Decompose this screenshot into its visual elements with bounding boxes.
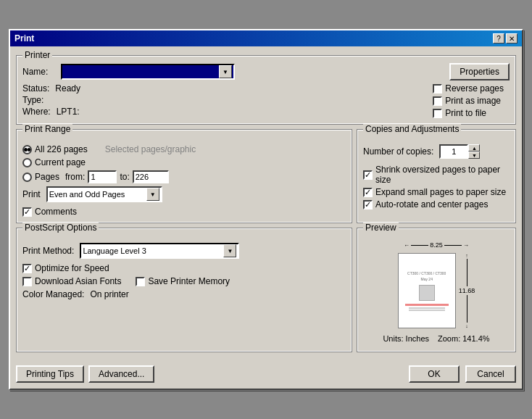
print-to-file-checkbox[interactable] <box>433 109 442 118</box>
where-row: Where: LPT1: <box>22 107 80 117</box>
number-label: Number of copies: <box>363 146 433 157</box>
width-dim-row: ← 8.25 → <box>404 241 469 249</box>
fonts-memory-row: Download Asian Fonts Save Printer Memory <box>22 276 346 286</box>
expand-label: Expand small pages to paper size <box>375 187 506 197</box>
current-page-radio[interactable] <box>22 158 32 167</box>
print-type-dropdown[interactable]: Even and Odd Pages ▼ <box>46 186 162 202</box>
paper-line2 <box>409 310 445 311</box>
copies-count-row: Number of copies: ▲ ▼ <box>363 144 510 159</box>
help-button[interactable]: ? <box>493 33 504 43</box>
print-type-row: Print Even and Odd Pages ▼ <box>22 186 346 202</box>
width-line <box>411 245 428 246</box>
shrink-checkbox[interactable] <box>363 170 373 180</box>
comments-row: Comments <box>22 207 346 217</box>
save-printer-checkbox[interactable] <box>136 277 145 286</box>
ps-method-arrow[interactable]: ▼ <box>223 244 236 257</box>
optimize-checkbox[interactable] <box>22 264 32 273</box>
printer-name-dropdown[interactable]: ▼ <box>61 64 235 80</box>
ps-method-row: Print Method: Language Level 3 ▼ <box>22 243 346 259</box>
middle-row: Print Range All 226 pages Selected pages… <box>16 129 516 228</box>
print-type-value: Even and Odd Pages <box>49 190 125 199</box>
preview-group: Preview ← 8.25 → <box>357 228 516 352</box>
units-label: Units: Inches <box>383 334 429 343</box>
print-label: Print <box>22 189 41 199</box>
dialog-footer: Printing Tips Advanced... OK Cancel <box>10 362 522 389</box>
optimize-label: Optimize for Speed <box>35 263 109 273</box>
height-line2 <box>467 295 467 323</box>
print-range-body: All 226 pages Selected pages/graphic Cur… <box>22 138 346 217</box>
copies-input[interactable] <box>439 144 468 159</box>
title-bar: Print ? ✕ <box>10 30 522 46</box>
printer-name-row: Name: ▼ Properties <box>22 63 510 80</box>
dialog-body: Printer Name: ▼ Properties <box>10 46 522 362</box>
expand-checkbox[interactable] <box>363 188 373 197</box>
footer-left: Printing Tips Advanced... <box>16 365 154 383</box>
height-line <box>467 259 467 286</box>
to-input[interactable] <box>133 170 169 183</box>
paper-bar <box>405 304 449 306</box>
status-row: Status: Ready <box>22 83 80 94</box>
printer-dropdown-arrow[interactable]: ▼ <box>219 65 232 78</box>
shrink-row: Shrink oversized pages to paper size <box>363 165 510 185</box>
close-button[interactable]: ✕ <box>506 33 518 43</box>
spinner-up[interactable]: ▲ <box>468 144 480 152</box>
ps-method-dropdown[interactable]: Language Level 3 ▼ <box>80 243 239 259</box>
printer-section: Name: ▼ Properties Status: Ready <box>22 59 510 118</box>
from-input[interactable] <box>88 170 117 183</box>
height-dim: 11.68 <box>459 287 475 294</box>
selected-label: Selected pages/graphic <box>105 144 196 154</box>
cancel-button[interactable]: Cancel <box>465 365 516 383</box>
spinner-buttons: ▲ ▼ <box>468 144 480 159</box>
pages-row: Pages from: to: <box>22 170 346 183</box>
copies-group: Copies and Adjustments Number of copies:… <box>357 129 516 223</box>
print-to-file-row: Print to file <box>433 108 504 118</box>
printer-group-label: Printer <box>22 50 52 60</box>
reverse-pages-checkbox[interactable] <box>433 84 442 94</box>
ok-button[interactable]: OK <box>409 365 460 383</box>
download-fonts-row: Download Asian Fonts <box>22 276 121 286</box>
preview-label: Preview <box>363 223 399 233</box>
download-fonts-checkbox[interactable] <box>22 277 32 286</box>
comments-checkbox[interactable] <box>22 207 32 217</box>
status-label: Status: <box>22 83 49 94</box>
zoom-label: Zoom: 141.4% <box>438 334 490 343</box>
reverse-pages-label: Reverse pages <box>445 83 504 94</box>
advanced-button[interactable]: Advanced... <box>88 365 154 383</box>
spinner-down[interactable]: ▼ <box>468 152 480 159</box>
print-type-arrow[interactable]: ▼ <box>146 188 159 201</box>
printing-tips-button[interactable]: Printing Tips <box>16 365 84 383</box>
save-printer-label: Save Printer Memory <box>148 276 230 286</box>
download-fonts-label: Download Asian Fonts <box>35 276 121 286</box>
dialog-title: Print <box>14 33 34 43</box>
color-managed-value: On printer <box>90 289 128 299</box>
print-as-image-checkbox[interactable] <box>433 96 442 106</box>
all-pages-radio[interactable] <box>22 145 32 154</box>
paper-subtitle: May 24 <box>405 277 449 282</box>
printer-group: Printer Name: ▼ Properties <box>16 55 516 125</box>
footer-right: OK Cancel <box>409 365 516 383</box>
ps-method-label: Print Method: <box>22 246 74 256</box>
properties-button[interactable]: Properties <box>449 63 510 80</box>
where-value: LPT1: <box>57 107 80 117</box>
auto-rotate-checkbox[interactable] <box>363 200 373 210</box>
pages-radio[interactable] <box>22 173 32 182</box>
preview-paper: CT300 / CT300 / CT300 May 24 <box>398 253 456 328</box>
paper-row: CT300 / CT300 / CT300 May 24 <box>398 250 475 331</box>
type-label: Type: <box>22 95 43 105</box>
preview-area: ← 8.25 → CT300 / CT300 / CT300 May 24 <box>363 237 510 346</box>
reverse-pages-row: Reverse pages <box>433 83 504 94</box>
save-printer-row: Save Printer Memory <box>136 276 230 286</box>
status-value: Ready <box>55 83 80 94</box>
printer-status-col: Status: Ready Type: Where: LPT1: <box>22 83 80 118</box>
copies-group-label: Copies and Adjustments <box>363 124 461 134</box>
paper-content: CT300 / CT300 / CT300 May 24 <box>402 268 452 314</box>
print-range-group: Print Range All 226 pages Selected pages… <box>16 129 352 223</box>
optimize-row: Optimize for Speed <box>22 263 346 273</box>
current-page-label: Current page <box>35 157 86 167</box>
printer-name-left: Name: ▼ <box>22 64 235 80</box>
to-label: to: <box>120 172 129 182</box>
auto-rotate-row: Auto-rotate and center pages <box>363 199 510 210</box>
where-label: Where: <box>22 107 51 117</box>
paper-title: CT300 / CT300 / CT300 <box>405 271 449 276</box>
printer-options-col: Reverse pages Print as image Print to fi… <box>433 83 504 118</box>
